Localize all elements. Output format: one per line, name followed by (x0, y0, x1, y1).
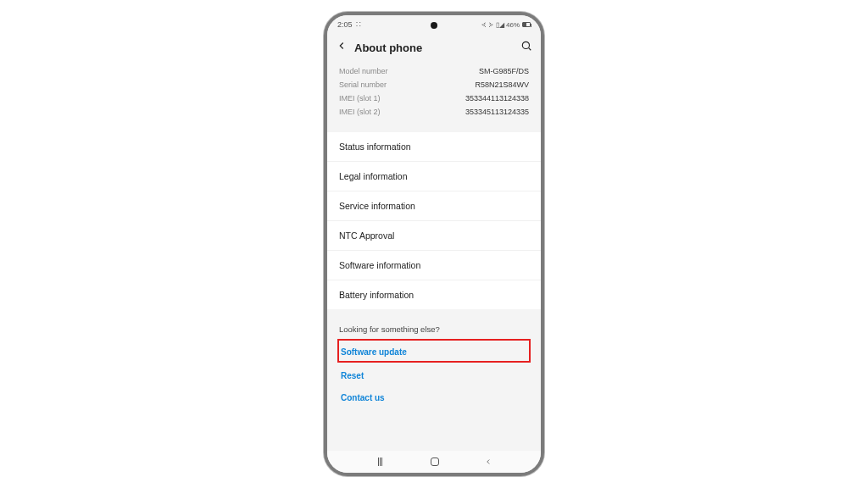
svg-point-0 (522, 42, 529, 48)
info-value: 353345113124335 (465, 108, 529, 116)
phone-frame: 2:05 ∷ ⩹⩺ ▯◢ 46% About phone Model numbe… (324, 12, 544, 476)
info-row: IMEI (slot 1)353344113124338 (339, 92, 529, 105)
footer-link[interactable]: Software update (341, 347, 407, 357)
screen-header: About phone (327, 34, 541, 61)
menu-item[interactable]: Battery information (327, 280, 541, 309)
home-button[interactable] (431, 458, 439, 466)
front-camera (431, 22, 437, 29)
info-row: Model numberSM-G985F/DS (339, 64, 529, 78)
footer-block: Looking for something else? Software upd… (327, 316, 541, 451)
device-info-block: Model numberSM-G985F/DSSerial numberR58N… (327, 61, 541, 127)
navigation-bar (327, 451, 541, 473)
footer-title: Looking for something else? (339, 324, 529, 334)
footer-link-wrap: Reset (339, 363, 529, 385)
page-title: About phone (354, 42, 520, 54)
menu-item[interactable]: Status information (327, 132, 541, 162)
battery-icon (522, 22, 531, 27)
search-icon[interactable] (520, 40, 532, 55)
recents-button[interactable] (376, 458, 386, 466)
nav-back-button[interactable] (484, 454, 492, 469)
info-label: IMEI (slot 1) (339, 94, 381, 103)
info-value: SM-G985F/DS (479, 67, 529, 75)
menu-list: Status informationLegal informationServi… (327, 132, 541, 309)
battery-pct: 46% (506, 21, 520, 29)
info-label: Model number (339, 67, 388, 75)
dots-icon: ∷ (356, 20, 360, 29)
svg-line-1 (529, 48, 531, 51)
highlighted-link: Software update (337, 339, 531, 363)
menu-item[interactable]: Service information (327, 191, 541, 221)
status-time: 2:05 (337, 20, 353, 29)
footer-link-wrap: Contact us (339, 385, 529, 408)
volte-icon: ⩹⩺ (481, 21, 494, 29)
footer-link[interactable]: Contact us (341, 393, 385, 402)
menu-item[interactable]: Legal information (327, 162, 541, 191)
info-label: Serial number (339, 80, 387, 89)
info-row: IMEI (slot 2)353345113124335 (339, 105, 529, 119)
menu-item[interactable]: Software information (327, 251, 541, 280)
info-row: Serial numberR58N21S84WV (339, 78, 529, 92)
signal-icon: ▯◢ (496, 21, 504, 29)
footer-link[interactable]: Reset (341, 371, 364, 380)
info-value: 353344113124338 (465, 94, 529, 103)
info-value: R58N21S84WV (475, 80, 529, 89)
menu-item[interactable]: NTC Approval (327, 221, 541, 251)
content-area: Model numberSM-G985F/DSSerial numberR58N… (327, 61, 541, 451)
info-label: IMEI (slot 2) (339, 108, 381, 116)
back-icon[interactable] (336, 40, 348, 55)
